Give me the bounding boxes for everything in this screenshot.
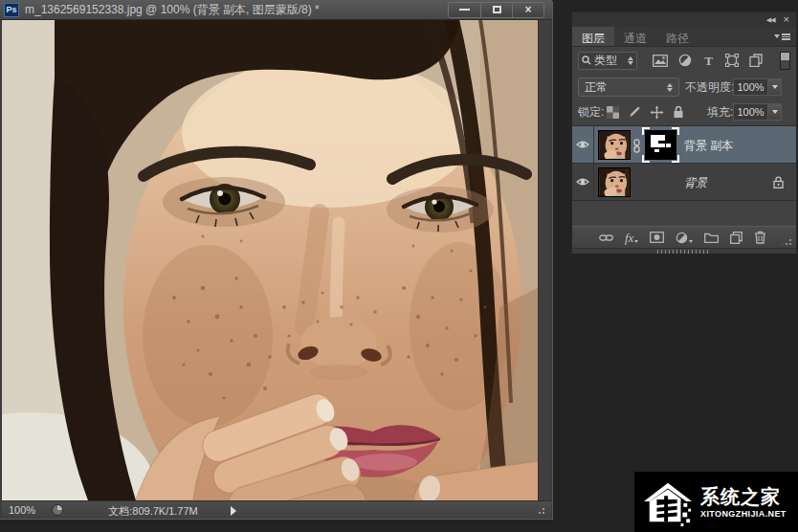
delete-layer-trash-button[interactable] bbox=[754, 231, 766, 244]
tab-paths[interactable]: 路径 bbox=[656, 27, 698, 46]
panel-drag-handle[interactable] bbox=[572, 248, 796, 254]
panel-resize-grip[interactable] bbox=[781, 234, 794, 247]
canvas-area[interactable] bbox=[2, 20, 538, 500]
layer-thumbnail[interactable] bbox=[598, 130, 631, 160]
spinner-arrows-icon bbox=[667, 83, 673, 92]
vertical-scrollbar[interactable] bbox=[538, 20, 550, 500]
maximize-button[interactable] bbox=[480, 3, 512, 17]
layer-name[interactable]: 背景 bbox=[684, 175, 707, 191]
layer-locked-icon bbox=[773, 175, 784, 192]
blend-mode-select[interactable]: 正常 bbox=[578, 78, 679, 97]
lock-buttons bbox=[607, 105, 684, 120]
lock-all-padlock-icon[interactable] bbox=[673, 105, 684, 119]
flyout-arrow-icon bbox=[231, 506, 236, 516]
layers-panel: ◀◀ × 图层 通道 路径 类型 T bbox=[571, 11, 797, 254]
lock-transparency-icon[interactable] bbox=[607, 106, 619, 119]
mask-selection-corner bbox=[672, 155, 679, 163]
filter-pixel-layers-icon[interactable] bbox=[653, 55, 668, 67]
lock-label: 锁定: bbox=[578, 104, 604, 121]
document-window: Ps m_1362569152338.jpg @ 100% (背景 副本, 图层… bbox=[0, 0, 553, 520]
panel-tab-bar: 图层 通道 路径 bbox=[572, 27, 796, 47]
fill-dropdown-button[interactable] bbox=[768, 103, 782, 121]
spinner-arrows-icon bbox=[628, 56, 633, 65]
eye-icon bbox=[576, 140, 589, 149]
panel-header-bar: ◀◀ × bbox=[572, 12, 796, 27]
drag-dots-icon bbox=[657, 250, 711, 254]
layers-panel-toolbar: fx bbox=[572, 226, 796, 248]
layer-filter-row: 类型 T bbox=[572, 49, 796, 72]
visibility-toggle[interactable] bbox=[572, 164, 594, 200]
tab-channels[interactable]: 通道 bbox=[614, 27, 656, 46]
photoshop-app-icon: Ps bbox=[4, 3, 19, 17]
menu-lines bbox=[782, 33, 790, 40]
search-icon bbox=[582, 55, 591, 65]
window-controls: × bbox=[448, 2, 544, 18]
mask-selection-corner bbox=[642, 155, 650, 163]
fx-label: fx bbox=[625, 232, 633, 244]
svg-text:T: T bbox=[704, 55, 713, 67]
window-resize-grip[interactable] bbox=[534, 503, 548, 516]
xitongzhijia-logo-icon bbox=[640, 477, 696, 527]
fill-label: 填充: bbox=[707, 104, 733, 121]
chevron-down-icon bbox=[772, 110, 778, 114]
chevron-down-icon bbox=[689, 240, 693, 243]
eye-icon bbox=[576, 177, 589, 187]
layers-list: 背景 副本 背景 bbox=[572, 125, 796, 201]
opacity-label: 不透明度: bbox=[685, 79, 734, 96]
portrait-photo bbox=[2, 20, 538, 500]
filter-smart-objects-icon[interactable] bbox=[749, 54, 763, 67]
layer-row-background[interactable]: 背景 bbox=[572, 164, 796, 201]
minimize-icon bbox=[459, 9, 470, 11]
mask-selection-corner bbox=[642, 127, 650, 135]
opacity-dropdown-button[interactable] bbox=[768, 78, 782, 96]
add-layer-mask-button[interactable] bbox=[650, 232, 664, 243]
tab-layers[interactable]: 图层 bbox=[572, 27, 614, 46]
panel-close-icon[interactable]: × bbox=[784, 14, 789, 25]
mask-link-icon[interactable] bbox=[632, 139, 641, 157]
document-titlebar[interactable]: Ps m_1362569152338.jpg @ 100% (背景 副本, 图层… bbox=[0, 0, 552, 20]
menu-triangle bbox=[774, 34, 780, 38]
lock-row: 锁定: 填充: 100% bbox=[572, 100, 796, 123]
opacity-value-field[interactable]: 100% bbox=[733, 78, 768, 96]
watermark-site-name: 系统之家 bbox=[700, 486, 781, 507]
new-adjustment-layer-button[interactable] bbox=[676, 232, 693, 244]
filter-kind-select[interactable]: 类型 bbox=[578, 52, 637, 70]
filter-on-off-toggle[interactable] bbox=[780, 52, 790, 70]
status-flyout-button[interactable] bbox=[228, 505, 239, 516]
collapse-panel-icon[interactable]: ◀◀ bbox=[766, 16, 775, 24]
filter-kind-label: 类型 bbox=[594, 53, 625, 69]
filter-shape-layers-icon[interactable] bbox=[725, 54, 739, 67]
filter-type-layers-icon[interactable]: T bbox=[702, 55, 715, 67]
layer-row-background-copy[interactable]: 背景 副本 bbox=[572, 126, 796, 164]
lock-pixels-brush-icon[interactable] bbox=[628, 105, 641, 119]
chevron-down-icon bbox=[634, 240, 638, 243]
panel-menu-icon[interactable] bbox=[774, 33, 790, 40]
blend-mode-value: 正常 bbox=[585, 79, 667, 96]
blend-mode-row: 正常 不透明度: 100% bbox=[572, 76, 796, 99]
layer-style-fx-button[interactable]: fx bbox=[625, 232, 638, 244]
visibility-toggle[interactable] bbox=[572, 126, 594, 163]
fill-value-field[interactable]: 100% bbox=[733, 103, 768, 121]
status-disk-icon bbox=[52, 504, 63, 516]
close-button[interactable]: × bbox=[512, 3, 543, 17]
new-group-folder-button[interactable] bbox=[704, 232, 719, 243]
document-size-info: 文档:809.7K/1.77M bbox=[86, 504, 220, 519]
minimize-button[interactable] bbox=[449, 3, 480, 17]
filter-type-icons: T bbox=[653, 54, 763, 67]
site-watermark: 系统之家 XITONGZHIJIA.NET bbox=[634, 472, 798, 532]
filter-adjustment-layers-icon[interactable] bbox=[678, 54, 692, 67]
layer-name[interactable]: 背景 副本 bbox=[684, 138, 733, 154]
lock-position-move-icon[interactable] bbox=[650, 105, 664, 120]
layer-mask-thumbnail[interactable] bbox=[645, 130, 676, 160]
document-statusbar: 100% 文档:809.7K/1.77M bbox=[2, 500, 551, 518]
close-icon: × bbox=[524, 4, 531, 15]
link-layers-button[interactable] bbox=[599, 233, 613, 242]
mask-selection-corner bbox=[672, 127, 679, 135]
layer-thumbnail[interactable] bbox=[598, 167, 631, 197]
zoom-level-field[interactable]: 100% bbox=[9, 504, 35, 516]
maximize-icon bbox=[493, 6, 501, 13]
document-title: m_1362569152338.jpg @ 100% (背景 副本, 图层蒙版/… bbox=[25, 2, 442, 18]
chevron-down-icon bbox=[772, 85, 778, 89]
new-layer-button[interactable] bbox=[730, 232, 743, 244]
watermark-site-url: XITONGZHIJIA.NET bbox=[700, 509, 787, 519]
